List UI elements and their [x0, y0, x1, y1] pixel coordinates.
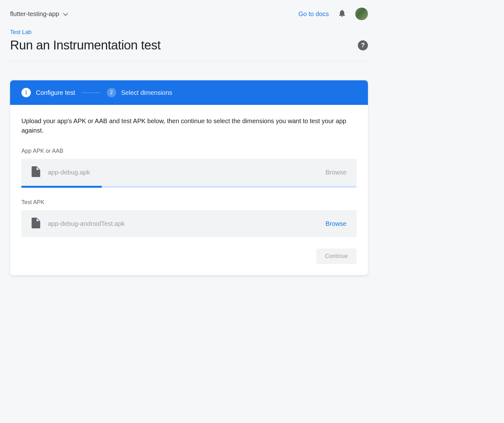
instructions-text: Upload your app's APK or AAB and test AP…: [21, 116, 357, 135]
test-apk-browse-button[interactable]: Browse: [325, 220, 346, 227]
upload-progress-fill: [21, 186, 102, 188]
file-icon: [32, 166, 40, 178]
test-apk-label: Test APK: [21, 199, 357, 206]
step-number-1: 1: [21, 88, 31, 97]
test-apk-dropzone[interactable]: app-debug-androidTest.apk Browse: [21, 210, 357, 237]
project-name: flutter-testing-app: [10, 10, 59, 18]
file-icon: [32, 218, 40, 230]
test-apk-field: Test APK app-debug-androidTest.apk Brows…: [21, 199, 357, 237]
stepper: 1 Configure test 2 Select dimensions: [10, 80, 368, 105]
avatar[interactable]: [355, 8, 368, 20]
step-configure-test[interactable]: 1 Configure test: [21, 88, 75, 97]
app-apk-label: App APK or AAB: [21, 148, 357, 154]
action-row: Continue: [21, 249, 357, 264]
notifications-icon[interactable]: [338, 9, 346, 19]
app-apk-dropzone[interactable]: app-debug.apk Browse: [21, 159, 357, 186]
page-header: Run an Instrumentation test ?: [10, 38, 368, 61]
step-label-1: Configure test: [36, 89, 75, 96]
continue-button[interactable]: Continue: [316, 249, 357, 264]
top-right-controls: Go to docs: [298, 8, 368, 20]
main-card: 1 Configure test 2 Select dimensions Upl…: [10, 80, 368, 275]
app-apk-filename: app-debug.apk: [48, 169, 318, 176]
upload-progress-track: [21, 186, 357, 188]
step-select-dimensions[interactable]: 2 Select dimensions: [107, 88, 172, 97]
app-apk-browse-button[interactable]: Browse: [325, 169, 346, 176]
docs-link[interactable]: Go to docs: [298, 10, 329, 18]
step-number-2: 2: [107, 88, 116, 97]
test-apk-filename: app-debug-androidTest.apk: [48, 220, 318, 227]
card-body: Upload your app's APK or AAB and test AP…: [10, 105, 368, 275]
step-connector: [82, 93, 100, 93]
page-title: Run an Instrumentation test: [10, 38, 161, 52]
project-selector[interactable]: flutter-testing-app: [10, 10, 68, 18]
breadcrumb[interactable]: Test Lab: [10, 29, 368, 36]
top-bar: flutter-testing-app Go to docs: [10, 8, 368, 20]
step-label-2: Select dimensions: [121, 89, 172, 96]
chevron-down-icon: [63, 10, 68, 18]
help-icon[interactable]: ?: [358, 40, 368, 50]
app-apk-field: App APK or AAB app-debug.apk Browse: [21, 148, 357, 188]
